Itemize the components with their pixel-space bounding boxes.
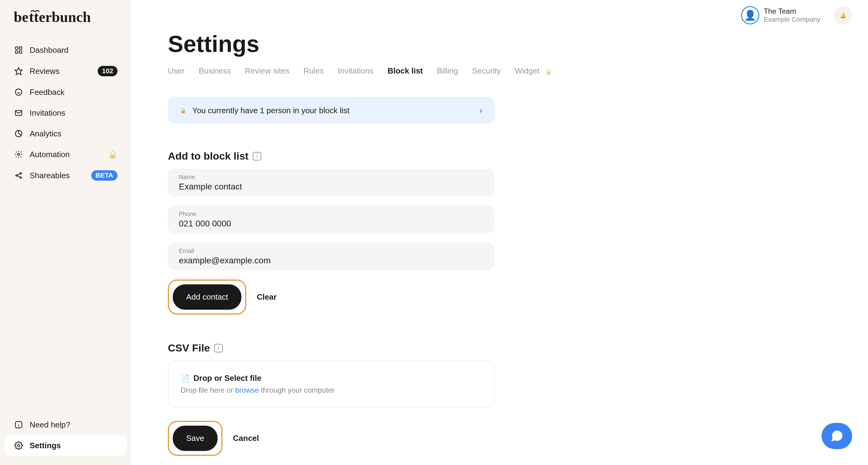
svg-rect-3 (16, 47, 18, 50)
sidebar-item-settings[interactable]: Settings (5, 435, 127, 456)
main-nav: Dashboard Reviews 102 Feedback Invitatio… (5, 40, 127, 414)
sidebar-item-label: Automation (30, 150, 105, 159)
info-icon[interactable]: i (214, 344, 223, 352)
company-name: Example Company (764, 16, 820, 24)
team-name: The Team (764, 7, 820, 16)
grid-icon (14, 45, 24, 55)
phone-field-wrapper[interactable]: Phone (168, 206, 494, 234)
svg-point-18 (18, 444, 20, 447)
sidebar-item-feedback[interactable]: Feedback (5, 82, 127, 102)
sidebar-item-label: Shareables (30, 171, 91, 180)
sidebar-item-invitations[interactable]: Invitations (5, 102, 127, 123)
reviews-count-badge: 102 (98, 66, 118, 76)
cancel-button[interactable]: Cancel (233, 434, 259, 443)
main: 👤 The Team Example Company 🔔 Settings Us… (131, 0, 868, 465)
sidebar-item-label: Reviews (30, 66, 98, 76)
message-icon (14, 87, 24, 97)
svg-text:tt: tt (29, 9, 39, 25)
add-contact-button-row: Add contact Clear (168, 279, 789, 315)
email-input[interactable] (179, 256, 484, 266)
sidebar: betterbunch Dashboard Reviews 102 Feedba… (0, 0, 131, 465)
svg-rect-6 (19, 51, 22, 53)
email-field-wrapper[interactable]: Email (168, 243, 494, 270)
name-field-wrapper[interactable]: Name (168, 169, 494, 196)
svg-text:erbunch: erbunch (39, 9, 91, 25)
csv-drop-zone[interactable]: 📄 Drop or Select file Drop file here or … (168, 361, 494, 407)
sidebar-item-label: Invitations (30, 108, 118, 118)
tab-widget[interactable]: Widget 🔒 (515, 66, 552, 76)
sidebar-item-label: Need help? (30, 420, 118, 430)
avatar[interactable]: 👤 (741, 6, 760, 24)
chart-icon (14, 129, 24, 138)
content: Settings User Business Review sites Rule… (131, 31, 868, 465)
tab-block-list[interactable]: Block list (388, 66, 423, 76)
file-icon: 📄 (181, 374, 190, 383)
phone-input[interactable] (179, 219, 484, 228)
info-icon (14, 420, 24, 430)
sidebar-item-reviews[interactable]: Reviews 102 (5, 60, 127, 82)
sidebar-item-label: Feedback (30, 88, 118, 97)
chat-icon (830, 429, 844, 443)
mail-icon (14, 108, 24, 118)
name-input[interactable] (179, 182, 484, 192)
sidebar-item-label: Settings (30, 441, 118, 451)
svg-point-14 (20, 177, 22, 179)
share-icon (14, 170, 24, 180)
svg-rect-4 (19, 47, 22, 50)
gear-icon (14, 150, 24, 159)
tab-invitations[interactable]: Invitations (338, 66, 374, 76)
tab-billing[interactable]: Billing (437, 66, 458, 76)
svg-marker-7 (15, 67, 22, 74)
browse-link[interactable]: browse (235, 386, 259, 394)
brand-logo: betterbunch (5, 9, 127, 40)
tab-user[interactable]: User (168, 66, 185, 76)
highlight-ring: Add contact (168, 279, 246, 315)
save-button-row: Save Cancel (168, 421, 789, 456)
tab-security[interactable]: Security (472, 66, 501, 76)
tab-rules[interactable]: Rules (303, 66, 323, 76)
banner-text: You currently have 1 person in your bloc… (192, 106, 473, 115)
sidebar-item-label: Analytics (30, 129, 118, 138)
email-label: Email (179, 247, 484, 254)
lock-icon: 🔒 (108, 150, 118, 159)
blocklist-info-banner[interactable]: 🔒 You currently have 1 person in your bl… (168, 97, 494, 124)
name-label: Name (179, 174, 484, 181)
save-button[interactable]: Save (173, 426, 218, 451)
header: 👤 The Team Example Company 🔔 (131, 0, 868, 31)
add-contact-button[interactable]: Add contact (173, 284, 241, 310)
cog-icon (14, 441, 24, 451)
drop-zone-subtitle: Drop file here or browse through your co… (181, 386, 482, 395)
clear-button[interactable]: Clear (257, 292, 277, 302)
sidebar-item-dashboard[interactable]: Dashboard (5, 40, 127, 60)
tab-business[interactable]: Business (199, 66, 231, 76)
sidebar-item-automation[interactable]: Automation 🔒 (5, 144, 127, 165)
sidebar-item-label: Dashboard (30, 45, 118, 55)
svg-point-11 (18, 153, 20, 156)
chat-widget-button[interactable] (822, 423, 852, 449)
info-icon[interactable]: i (253, 152, 261, 160)
sidebar-item-help[interactable]: Need help? (5, 414, 127, 435)
chevron-right-icon: › (479, 105, 482, 115)
avatar-face-icon: 👤 (744, 9, 756, 21)
notifications-button[interactable]: 🔔 (834, 6, 852, 24)
star-icon (14, 66, 24, 76)
beta-badge: BETA (91, 170, 118, 181)
svg-point-13 (20, 173, 22, 174)
svg-rect-5 (16, 51, 18, 53)
page-title: Settings (168, 31, 789, 57)
section-add-to-blocklist: Add to block list i (168, 150, 789, 162)
svg-point-12 (16, 175, 18, 176)
highlight-ring: Save (168, 421, 222, 456)
svg-text:be: be (14, 9, 28, 25)
sidebar-item-analytics[interactable]: Analytics (5, 123, 127, 144)
sidebar-item-shareables[interactable]: Shareables BETA (5, 165, 127, 186)
section-csv-file: CSV File i (168, 342, 789, 354)
header-user-info[interactable]: The Team Example Company (764, 7, 820, 24)
tab-review-sites[interactable]: Review sites (245, 66, 289, 76)
settings-tabs: User Business Review sites Rules Invitat… (168, 66, 789, 76)
lock-icon: 🔒 (180, 108, 186, 114)
bottom-nav: Need help? Settings (5, 414, 127, 456)
bell-icon: 🔔 (840, 12, 846, 18)
drop-zone-title: 📄 Drop or Select file (181, 373, 482, 383)
phone-label: Phone (179, 211, 484, 218)
